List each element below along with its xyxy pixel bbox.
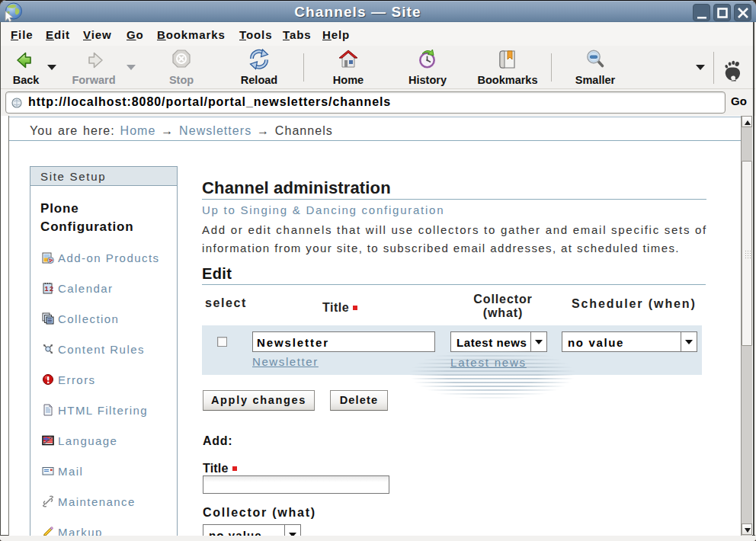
svg-text:12: 12 <box>45 285 55 293</box>
